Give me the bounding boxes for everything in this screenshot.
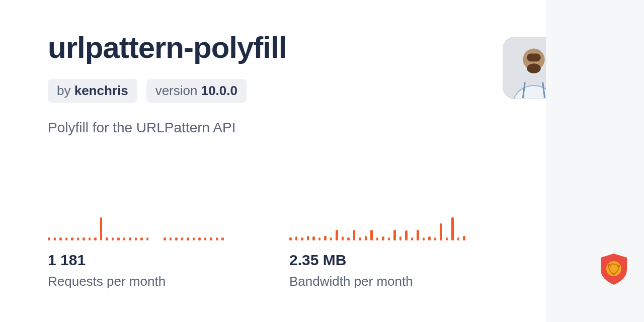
- by-prefix: by: [57, 83, 74, 98]
- spark-bar: [123, 237, 126, 240]
- spark-bar: [65, 237, 68, 240]
- spark-bar: [54, 237, 56, 240]
- spark-bar: [83, 237, 85, 240]
- spark-bar: [181, 237, 184, 240]
- requests-value: 1 181: [48, 252, 229, 269]
- stat-bandwidth: 2.35 MB Bandwidth per month: [289, 216, 470, 289]
- spark-bar: [405, 230, 408, 240]
- svg-point-7: [609, 265, 611, 267]
- stat-requests: 1 181 Requests per month: [48, 216, 229, 289]
- spark-bar: [135, 237, 137, 240]
- stats-row: 1 181 Requests per month 2.35 MB Bandwid…: [48, 216, 470, 289]
- svg-point-3: [527, 63, 541, 73]
- spark-bar: [393, 230, 396, 240]
- spark-bar: [193, 237, 195, 240]
- svg-point-8: [617, 265, 619, 267]
- bandwidth-value: 2.35 MB: [289, 252, 470, 269]
- spark-bar: [451, 217, 454, 240]
- spark-bar: [71, 237, 73, 240]
- jsdelivr-shield-icon: [599, 253, 629, 286]
- spark-bar: [301, 237, 303, 240]
- spark-bar: [365, 236, 367, 240]
- spark-bar: [307, 236, 309, 240]
- spark-bar: [342, 236, 344, 240]
- spark-bar: [446, 237, 448, 240]
- author-name: kenchris: [74, 83, 128, 98]
- svg-rect-2: [527, 53, 541, 61]
- spark-bar: [112, 237, 114, 240]
- package-card: urlpattern-polyfill by kenchris version …: [0, 0, 546, 322]
- bandwidth-label: Bandwidth per month: [289, 274, 470, 289]
- spark-bar: [347, 237, 350, 240]
- requests-sparkline: [48, 216, 229, 240]
- spark-bar: [216, 237, 218, 240]
- spark-bar: [428, 236, 431, 240]
- svg-point-9: [613, 273, 615, 275]
- spark-bar: [100, 217, 103, 240]
- spark-bar: [457, 237, 460, 240]
- bandwidth-sparkline: [289, 216, 470, 240]
- spark-bar: [382, 236, 384, 240]
- spark-bar: [370, 230, 373, 240]
- spark-bar: [324, 236, 327, 240]
- spark-bar: [198, 237, 201, 240]
- spark-bar: [417, 230, 419, 240]
- author-chip[interactable]: by kenchris: [48, 79, 137, 103]
- spark-bar: [94, 237, 97, 240]
- version-chip[interactable]: version 10.0.0: [146, 79, 247, 103]
- requests-label: Requests per month: [48, 274, 229, 289]
- spark-bar: [77, 237, 79, 240]
- spark-bar: [376, 237, 379, 240]
- spark-bar: [89, 237, 91, 240]
- spark-bar: [204, 237, 207, 240]
- spark-bar: [117, 237, 120, 240]
- spark-bar: [140, 237, 143, 240]
- spark-bar: [423, 237, 425, 240]
- spark-bar: [440, 223, 442, 240]
- spark-bar: [353, 230, 356, 240]
- spark-bar: [289, 237, 292, 240]
- spark-bar: [170, 237, 172, 240]
- spark-bar: [399, 236, 402, 240]
- spark-bar: [330, 237, 333, 240]
- right-gutter: [546, 0, 644, 322]
- spark-bar: [434, 237, 437, 240]
- spark-bar: [411, 237, 414, 240]
- spark-bar: [336, 230, 338, 240]
- spark-bar: [48, 237, 50, 240]
- spark-bar: [359, 237, 361, 240]
- spark-bar: [187, 237, 189, 240]
- spark-bar: [221, 237, 224, 240]
- spark-bar: [106, 237, 108, 240]
- version-value: 10.0.0: [201, 83, 237, 98]
- meta-chips: by kenchris version 10.0.0: [48, 79, 546, 103]
- spark-bar: [463, 236, 465, 240]
- spark-bar: [295, 236, 298, 240]
- spark-bar: [388, 237, 390, 240]
- spark-bar: [164, 237, 166, 240]
- spark-bar: [146, 237, 149, 240]
- spark-bar: [59, 237, 62, 240]
- spark-bar: [312, 236, 315, 240]
- spark-bar: [210, 237, 212, 240]
- version-prefix: version: [155, 83, 201, 98]
- package-description: Polyfill for the URLPattern API: [48, 120, 546, 136]
- spark-bar: [318, 237, 321, 240]
- package-name: urlpattern-polyfill: [48, 30, 546, 65]
- spark-bar: [175, 237, 178, 240]
- spark-bar: [129, 237, 131, 240]
